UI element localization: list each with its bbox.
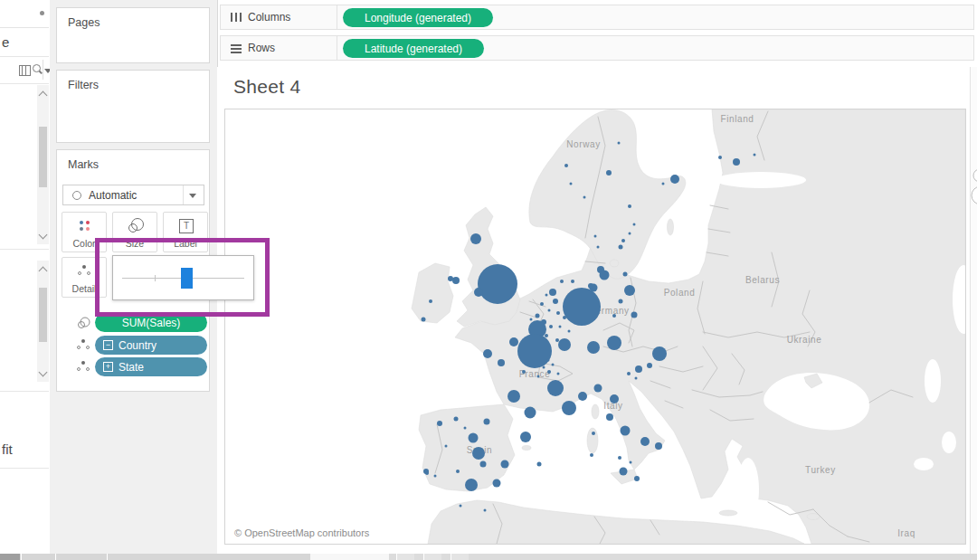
map-bubble[interactable] xyxy=(469,433,479,443)
size-legend-cutoff[interactable] xyxy=(970,67,977,554)
map-bubble[interactable] xyxy=(559,326,562,328)
map-bubble[interactable] xyxy=(568,330,571,333)
map-bubble[interactable] xyxy=(558,338,571,351)
pill-country[interactable]: − Country xyxy=(95,336,207,355)
map-bubble[interactable] xyxy=(553,299,558,304)
map-bubble[interactable] xyxy=(606,170,612,176)
map-bubble[interactable] xyxy=(590,453,593,457)
map-bubble[interactable] xyxy=(633,223,636,226)
map-bubble[interactable] xyxy=(547,380,564,396)
map-bubble[interactable] xyxy=(612,314,616,318)
map-bubble[interactable] xyxy=(718,156,722,159)
map-bubble[interactable] xyxy=(556,311,560,315)
map-bubble[interactable] xyxy=(557,373,560,375)
map-bubble[interactable] xyxy=(478,264,517,304)
scrollbar-thumb[interactable] xyxy=(39,288,47,342)
map-bubble[interactable] xyxy=(540,302,544,306)
map-bubble[interactable] xyxy=(480,461,487,468)
new-sheet-button[interactable] xyxy=(396,554,414,560)
map-bubble[interactable] xyxy=(425,471,429,475)
rows-shelf[interactable]: Rows Latitude (generated) xyxy=(220,35,974,61)
map-bubble[interactable] xyxy=(594,235,597,238)
map-bubble[interactable] xyxy=(552,364,555,366)
pill-longitude[interactable]: Longitude (generated) xyxy=(343,8,493,27)
map-bubble[interactable] xyxy=(474,288,483,297)
map-bubble[interactable] xyxy=(583,196,586,199)
map-bubble[interactable] xyxy=(627,372,631,375)
map-bubble[interactable] xyxy=(655,442,662,450)
map-bubble[interactable] xyxy=(629,233,631,235)
scrollbar-thumb[interactable] xyxy=(39,127,47,187)
map-bubble[interactable] xyxy=(588,283,593,289)
map-bubble[interactable] xyxy=(618,456,621,460)
map-bubble[interactable] xyxy=(470,233,481,244)
map-view[interactable]: FinlandNorwayPolandBelarusUkraineGermany… xyxy=(224,109,966,545)
map-bubble[interactable] xyxy=(555,338,559,342)
map-bubble[interactable] xyxy=(525,407,536,419)
map-bubble[interactable] xyxy=(520,432,531,442)
map-bubble[interactable] xyxy=(618,142,621,145)
map-bubble[interactable] xyxy=(564,164,568,167)
map-bubble[interactable] xyxy=(507,390,520,403)
map-bubble[interactable] xyxy=(522,370,526,374)
map-bubble[interactable] xyxy=(452,277,460,284)
map-bubble[interactable] xyxy=(484,419,490,425)
tab-segment[interactable] xyxy=(55,554,107,560)
scroll-up-icon[interactable] xyxy=(39,91,48,100)
view-data-grid-icon[interactable] xyxy=(19,65,31,76)
sheet-tab-strip[interactable] xyxy=(0,554,977,560)
map-bubble[interactable] xyxy=(563,316,566,319)
map-bubble[interactable] xyxy=(670,175,679,184)
map-bubble[interactable] xyxy=(635,377,638,380)
filters-shelf[interactable]: Filters xyxy=(56,70,210,143)
map-bubble[interactable] xyxy=(537,375,540,378)
pages-shelf[interactable]: Pages xyxy=(56,7,210,63)
map-bubble[interactable] xyxy=(448,276,453,281)
map-bubble[interactable] xyxy=(445,445,448,448)
new-dashboard-button[interactable] xyxy=(423,554,441,560)
scroll-down-icon[interactable] xyxy=(39,231,48,240)
map-bubble[interactable] xyxy=(549,289,556,296)
map-bubble[interactable] xyxy=(619,245,623,250)
map-bubble[interactable] xyxy=(640,437,650,446)
map-bubble[interactable] xyxy=(624,285,635,296)
europe-map[interactable]: FinlandNorwayPolandBelarusUkraineGermany… xyxy=(225,109,965,544)
map-bubble[interactable] xyxy=(754,154,756,157)
map-bubble[interactable] xyxy=(623,272,628,277)
map-bubble[interactable] xyxy=(493,479,501,488)
map-bubble[interactable] xyxy=(530,318,533,321)
mark-type-dropdown[interactable]: Automatic xyxy=(62,185,204,205)
map-bubble[interactable] xyxy=(547,359,550,362)
pill-latitude[interactable]: Latitude (generated) xyxy=(343,39,484,58)
map-bubble[interactable] xyxy=(630,461,632,464)
map-bubble[interactable] xyxy=(464,427,467,430)
map-bubble[interactable] xyxy=(501,460,509,469)
map-bubble[interactable] xyxy=(472,447,485,460)
map-bubble[interactable] xyxy=(606,413,613,421)
map-bubble[interactable] xyxy=(620,468,628,476)
map-bubble[interactable] xyxy=(563,288,601,326)
map-bubble[interactable] xyxy=(509,337,518,346)
map-bubble[interactable] xyxy=(621,426,631,436)
search-icon[interactable] xyxy=(33,64,41,72)
map-bubble[interactable] xyxy=(549,325,553,328)
map-bubble[interactable] xyxy=(484,509,487,512)
gear-icon[interactable] xyxy=(40,11,44,15)
map-bubble[interactable] xyxy=(619,299,623,304)
map-bubble[interactable] xyxy=(571,280,574,283)
map-bubble[interactable] xyxy=(621,239,625,242)
map-bubble[interactable] xyxy=(422,318,426,322)
scrollbar[interactable] xyxy=(37,85,49,244)
scrollbar[interactable] xyxy=(37,261,49,382)
map-bubble[interactable] xyxy=(454,417,459,422)
map-bubble[interactable] xyxy=(634,476,640,481)
scroll-up-icon[interactable] xyxy=(39,267,48,276)
map-bubble[interactable] xyxy=(536,314,540,318)
map-bubble[interactable] xyxy=(517,334,552,368)
map-bubble[interactable] xyxy=(610,394,619,403)
map-bubble[interactable] xyxy=(733,158,740,166)
map-bubble[interactable] xyxy=(578,392,587,401)
map-bubble[interactable] xyxy=(460,505,462,508)
map-bubble[interactable] xyxy=(628,204,631,208)
map-bubble[interactable] xyxy=(635,365,642,373)
